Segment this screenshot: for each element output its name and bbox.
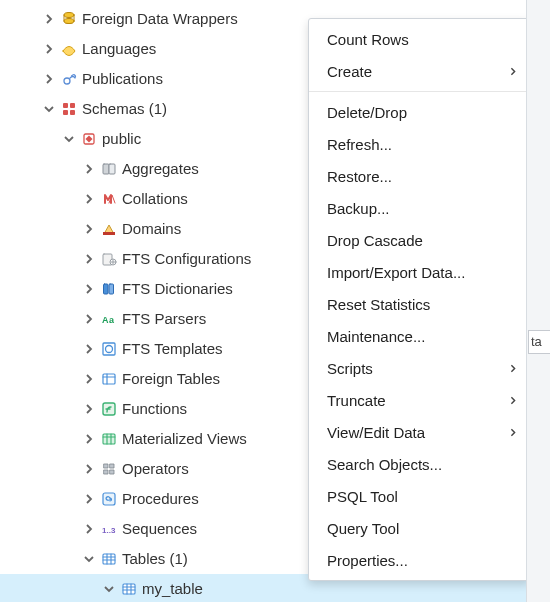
sequences-icon: 1..3: [98, 514, 120, 544]
tree-item-label: Procedures: [120, 484, 199, 514]
menu-item[interactable]: Drop Cascade: [309, 224, 529, 256]
menu-item[interactable]: Backup...: [309, 192, 529, 224]
menu-item[interactable]: View/Edit Data: [309, 416, 529, 448]
right-panel-edge: [526, 0, 550, 602]
menu-item[interactable]: PSQL Tool: [309, 480, 529, 512]
menu-item[interactable]: Restore...: [309, 160, 529, 192]
svg-text:1..3: 1..3: [102, 526, 116, 535]
menu-item-label: Count Rows: [327, 31, 409, 48]
chevron-right-icon[interactable]: [80, 154, 98, 184]
chevron-right-icon[interactable]: [80, 304, 98, 334]
fts-dict-icon: [98, 274, 120, 304]
languages-icon: [58, 34, 80, 64]
chevron-down-icon[interactable]: [60, 124, 78, 154]
menu-item-label: Properties...: [327, 552, 408, 569]
svg-rect-23: [103, 493, 115, 505]
tree-item-label: Operators: [120, 454, 189, 484]
operators-icon: [98, 454, 120, 484]
menu-item-label: Search Objects...: [327, 456, 442, 473]
fts-config-icon: [98, 244, 120, 274]
svg-point-1: [64, 19, 74, 24]
menu-item[interactable]: Scripts: [309, 352, 529, 384]
browser-panel: Foreign Data WrappersLanguagesPublicatio…: [0, 0, 550, 602]
chevron-right-icon[interactable]: [80, 394, 98, 424]
chevron-right-icon[interactable]: [80, 514, 98, 544]
chevron-right-icon: [509, 424, 517, 441]
menu-item-label: PSQL Tool: [327, 488, 398, 505]
chevron-right-icon: [509, 360, 517, 377]
menu-item[interactable]: Truncate: [309, 384, 529, 416]
chevron-right-icon[interactable]: [80, 274, 98, 304]
svg-point-2: [64, 78, 70, 84]
tree-item-label: Schemas (1): [80, 94, 167, 124]
tree-item-label: Sequences: [120, 514, 197, 544]
svg-rect-26: [123, 584, 135, 594]
menu-item-label: Truncate: [327, 392, 386, 409]
svg-rect-11: [103, 232, 115, 235]
fdw-icon: [58, 4, 80, 34]
chevron-down-icon[interactable]: [80, 544, 98, 574]
fts-templates-icon: [98, 334, 120, 364]
chevron-right-icon: [509, 392, 517, 409]
chevron-right-icon[interactable]: [80, 484, 98, 514]
chevron-right-icon[interactable]: [40, 34, 58, 64]
tree-item-label: FTS Templates: [120, 334, 223, 364]
svg-rect-15: [109, 284, 114, 294]
menu-item[interactable]: Import/Export Data...: [309, 256, 529, 288]
tree-item-label: FTS Dictionaries: [120, 274, 233, 304]
schemas-icon: [58, 94, 80, 124]
chevron-right-icon[interactable]: [80, 424, 98, 454]
menu-item-label: Create: [327, 63, 372, 80]
chevron-right-icon[interactable]: [80, 364, 98, 394]
svg-rect-3: [63, 103, 68, 108]
tree-item-label: Tables (1): [120, 544, 188, 574]
svg-rect-10: [109, 164, 115, 174]
svg-text:A: A: [102, 315, 109, 325]
chevron-right-icon[interactable]: [80, 334, 98, 364]
context-menu: Count RowsCreateDelete/DropRefresh...Res…: [308, 18, 530, 581]
menu-item[interactable]: Count Rows: [309, 23, 529, 55]
chevron-right-icon[interactable]: [80, 214, 98, 244]
chevron-right-icon[interactable]: [40, 4, 58, 34]
chevron-right-icon[interactable]: [80, 244, 98, 274]
tab-fragment: ta: [528, 330, 550, 354]
collations-icon: [98, 184, 120, 214]
tree-item-label: public: [100, 124, 141, 154]
menu-item[interactable]: Query Tool: [309, 512, 529, 544]
chevron-right-icon: [509, 63, 517, 80]
chevron-right-icon[interactable]: [80, 454, 98, 484]
tree-item-label: Foreign Data Wrappers: [80, 4, 238, 34]
procedures-icon: [98, 484, 120, 514]
tree-item-label: FTS Parsers: [120, 304, 206, 334]
svg-rect-20: [103, 374, 115, 384]
chevron-right-icon[interactable]: [80, 184, 98, 214]
chevron-right-icon[interactable]: [40, 64, 58, 94]
tree-item-label: Collations: [120, 184, 188, 214]
menu-item-label: View/Edit Data: [327, 424, 425, 441]
domains-icon: [98, 214, 120, 244]
functions-icon: [98, 394, 120, 424]
menu-item[interactable]: Search Objects...: [309, 448, 529, 480]
svg-rect-4: [70, 103, 75, 108]
svg-rect-22: [103, 434, 115, 444]
svg-rect-5: [63, 110, 68, 115]
tree-item-label: Foreign Tables: [120, 364, 220, 394]
menu-item[interactable]: Delete/Drop: [309, 96, 529, 128]
menu-item-label: Delete/Drop: [327, 104, 407, 121]
tables-icon: [98, 544, 120, 574]
fts-parsers-icon: Aa: [98, 304, 120, 334]
chevron-down-icon[interactable]: [100, 574, 118, 602]
schema-icon: [78, 124, 100, 154]
tree-item-label: Domains: [120, 214, 181, 244]
svg-rect-9: [103, 164, 109, 174]
menu-item-label: Restore...: [327, 168, 392, 185]
menu-item[interactable]: Maintenance...: [309, 320, 529, 352]
menu-item-label: Scripts: [327, 360, 373, 377]
menu-item-label: Maintenance...: [327, 328, 425, 345]
menu-item-label: Reset Statistics: [327, 296, 430, 313]
menu-item[interactable]: Properties...: [309, 544, 529, 576]
menu-item[interactable]: Refresh...: [309, 128, 529, 160]
menu-item[interactable]: Create: [309, 55, 529, 87]
menu-item[interactable]: Reset Statistics: [309, 288, 529, 320]
chevron-down-icon[interactable]: [40, 94, 58, 124]
